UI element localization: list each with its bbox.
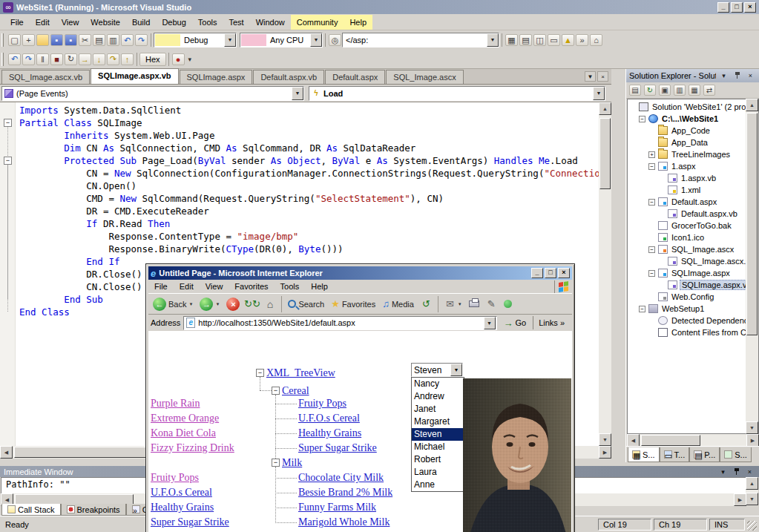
vs-menu-debug[interactable]: Debug <box>156 15 191 30</box>
solution-tree-item[interactable]: −WebSetup1 <box>628 303 758 315</box>
dropdown-option[interactable]: Andrew <box>412 390 464 403</box>
solution-tree-item[interactable]: 1.xml <box>628 184 758 196</box>
solution-tree-item[interactable]: −C:\...\WebSite1 <box>628 113 758 125</box>
document-tab[interactable]: Default.aspx.vb <box>253 70 324 84</box>
tree-expander-icon[interactable]: + <box>648 151 655 158</box>
close-icon[interactable]: × <box>745 71 756 81</box>
solution-tree-item[interactable]: Detected Dependencies <box>628 315 758 326</box>
product-link[interactable]: Healthy Grains <box>151 501 214 513</box>
forward-button[interactable]: →▼ <box>197 296 223 312</box>
solution-tree-item[interactable]: 1.aspx.vb <box>628 172 758 184</box>
step-into-icon[interactable] <box>93 53 105 65</box>
close-icon[interactable]: × <box>744 467 755 476</box>
ie-close-button[interactable]: × <box>558 268 570 278</box>
product-link[interactable]: Fizzy Fizzing Drink <box>151 441 234 454</box>
toolbar-grip[interactable] <box>1 33 4 47</box>
chevron-down-icon[interactable]: ▼ <box>224 33 236 47</box>
name-dropdown[interactable]: Steven ▼ <box>411 363 463 377</box>
chevron-down-icon[interactable]: ▼ <box>487 33 499 47</box>
tree-leaf-link[interactable]: Super Sugar Strike <box>298 441 377 454</box>
scroll-down-icon[interactable]: ▼ <box>746 493 758 505</box>
edit-button[interactable]: ✎ <box>483 297 500 311</box>
document-tab[interactable]: SQL_Image.ascx.vb <box>1 70 90 84</box>
auto-hide-pin-icon[interactable] <box>732 71 743 81</box>
hex-toggle-button[interactable]: Hex <box>139 53 166 66</box>
tree-leaf-link[interactable]: Fruity Pops <box>298 397 346 410</box>
redo-icon[interactable] <box>135 34 148 46</box>
solution-tree-item[interactable]: Content Files from C:\... <box>628 326 758 338</box>
pause-icon[interactable] <box>36 53 49 65</box>
vs-menu-website[interactable]: Website <box>85 15 126 30</box>
tree-expander-icon[interactable]: − <box>648 246 655 253</box>
paste-icon[interactable] <box>107 34 119 46</box>
solution-tree-item[interactable]: Web.Config <box>628 291 758 303</box>
ie-maximize-button[interactable]: □ <box>545 268 556 278</box>
tree-expander-icon[interactable]: − <box>639 116 645 122</box>
dropdown-option[interactable]: Michael <box>412 441 464 453</box>
chevron-down-icon[interactable]: ▼ <box>458 302 462 306</box>
tree-node-link[interactable]: Cereal <box>282 384 309 397</box>
vs-menu-community[interactable]: Community <box>291 15 344 30</box>
tree-leaf-link[interactable]: Funny Farms Milk <box>298 501 376 513</box>
chevron-down-icon[interactable]: ▼ <box>310 33 322 47</box>
scroll-right-icon[interactable]: ▶ <box>599 446 611 459</box>
solution-tree-item[interactable]: GrocerToGo.bak <box>628 220 758 231</box>
scrollbar-thumb[interactable] <box>746 113 758 335</box>
ie-menu-tools[interactable]: Tools <box>275 280 306 292</box>
solution-tree-item[interactable]: Icon1.ico <box>628 231 758 243</box>
fold-toggle-icon[interactable]: − <box>4 119 12 127</box>
vs-menu-help[interactable]: Help <box>344 15 372 30</box>
tree-expander-icon[interactable]: − <box>639 306 645 312</box>
scroll-right-icon[interactable]: ▶ <box>734 493 746 506</box>
vs-minimize-button[interactable]: _ <box>717 2 729 13</box>
ie-menu-edit[interactable]: Edit <box>174 280 200 292</box>
copy-website-icon[interactable] <box>703 85 715 96</box>
document-tab[interactable]: SQL_Image.ascx <box>386 70 463 84</box>
ie-menu-file[interactable]: File <box>148 280 174 292</box>
show-next-statement-icon[interactable] <box>79 53 91 65</box>
chevron-down-icon[interactable]: ▼ <box>593 87 605 100</box>
new-item-icon[interactable] <box>8 34 21 46</box>
document-tab[interactable]: SQLImage.aspx <box>180 70 253 84</box>
search-button[interactable]: Search <box>285 298 327 310</box>
tool-window-tab[interactable]: S... <box>720 447 752 462</box>
scrollbar-thumb[interactable] <box>641 435 700 446</box>
solution-tree-item[interactable]: SQL_Image.ascx.vb <box>628 255 758 267</box>
solution-tree-item[interactable]: −SQL_Image.ascx <box>628 243 758 255</box>
tree-leaf-link[interactable]: Marigold Whole Milk <box>298 516 390 528</box>
tree-leaf-link[interactable]: Bessie Brand 2% Milk <box>298 486 392 499</box>
scroll-up-icon[interactable]: ▲ <box>746 99 758 111</box>
solution-tree-item[interactable]: −SQLImage.aspx <box>628 267 758 279</box>
tree-leaf-link[interactable]: U.F.O.s Cereal <box>298 412 360 424</box>
links-bar[interactable]: Links» <box>533 316 570 329</box>
solution-explorer-icon[interactable] <box>505 34 518 46</box>
chevron-right-icon[interactable]: » <box>560 318 565 327</box>
restart-icon[interactable] <box>65 53 77 65</box>
vs-menu-tools[interactable]: Tools <box>192 15 223 30</box>
breakpoints-window-icon[interactable] <box>172 53 185 65</box>
product-link[interactable]: Purple Rain <box>151 397 200 410</box>
event-combo[interactable]: ϟ Load ▼ <box>309 86 605 101</box>
fold-toggle-icon[interactable]: − <box>4 157 12 165</box>
dropdown-option[interactable]: Janet <box>412 403 464 416</box>
messenger-button[interactable] <box>501 298 515 309</box>
scrollbar-thumb[interactable] <box>14 447 148 458</box>
stop-debug-icon[interactable] <box>50 53 63 65</box>
chevron-down-icon[interactable]: ▼ <box>450 364 462 376</box>
solution-tree-item[interactable]: App_Data <box>628 137 758 148</box>
editor-vertical-scrollbar[interactable]: ▲ ▼ <box>599 102 611 446</box>
solution-tree-item[interactable]: +TreeLineImages <box>628 148 758 160</box>
copy-icon[interactable] <box>93 34 105 46</box>
dropdown-option[interactable]: Anne <box>412 479 464 491</box>
ie-menu-help[interactable]: Help <box>305 280 334 292</box>
ie-menu-view[interactable]: View <box>200 280 229 292</box>
immediate-vertical-scrollbar[interactable]: ▲ ▼ <box>746 477 758 505</box>
solution-tree-item[interactable]: −1.aspx <box>628 160 758 172</box>
open-file-icon[interactable] <box>36 34 49 46</box>
scroll-down-icon[interactable]: ▼ <box>746 421 758 434</box>
scroll-down-icon[interactable]: ▼ <box>599 433 611 446</box>
go-button[interactable]: →Go <box>500 317 530 329</box>
tool-window-tab[interactable]: P... <box>689 447 720 462</box>
window-position-icon[interactable]: ▾ <box>717 467 729 476</box>
media-button[interactable]: ♫Media <box>379 297 417 311</box>
